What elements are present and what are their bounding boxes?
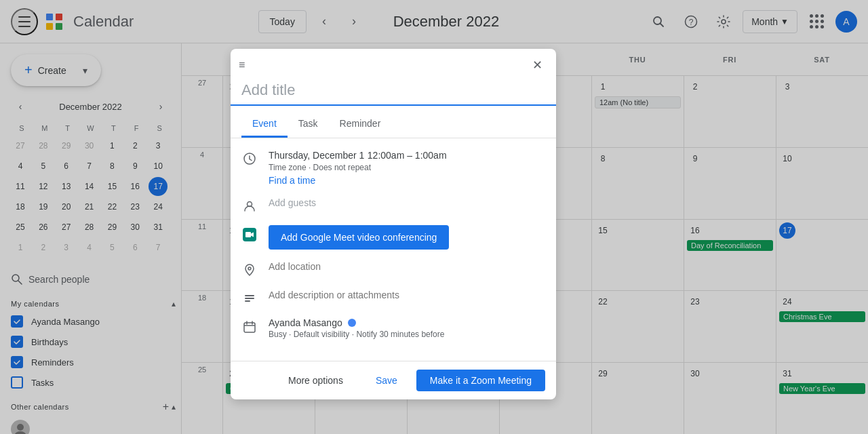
datetime-content: Thursday, December 1 12:00am – 1:00am Ti… (269, 149, 545, 186)
more-options-button[interactable]: More options (275, 370, 357, 391)
datetime-row: Thursday, December 1 12:00am – 1:00am Ti… (241, 149, 545, 186)
modal-footer: More options Save Make it a Zoom Meeting (231, 361, 556, 399)
modal-header: ≡ ✕ (231, 49, 556, 76)
time-range-text[interactable]: 12:00am – 1:00am (368, 150, 447, 161)
zoom-meeting-button[interactable]: Make it a Zoom Meeting (416, 370, 545, 391)
guests-input[interactable] (269, 197, 545, 208)
separator-dot: · (309, 163, 313, 172)
location-content (269, 260, 545, 273)
tab-task[interactable]: Task (288, 111, 329, 138)
timezone-text[interactable]: Time zone (269, 163, 307, 172)
description-input[interactable] (269, 290, 545, 300)
cal-owner-content: Ayanda Masango Busy · Default visibility… (269, 317, 545, 339)
meet-row: Add Google Meet video conferencing (241, 225, 545, 250)
calendar-color-dot (348, 319, 356, 327)
location-input[interactable] (269, 261, 545, 272)
calendar-meta: Busy · Default visibility · Notify 30 mi… (269, 330, 545, 339)
calendar-owner-name: Ayanda Masango (269, 317, 342, 328)
drag-handle-icon: ≡ (239, 59, 245, 71)
calendar-icon (241, 319, 258, 335)
svg-rect-15 (245, 232, 251, 237)
guests-content (269, 197, 545, 209)
svg-rect-19 (245, 300, 250, 302)
guests-row (241, 197, 545, 214)
close-button[interactable]: ✕ (526, 54, 548, 76)
svg-rect-17 (245, 295, 254, 296)
date-text[interactable]: Thursday, December 1 (269, 150, 364, 161)
meet-content: Add Google Meet video conferencing (269, 225, 545, 250)
meet-icon-placeholder (241, 226, 258, 243)
find-time-button[interactable]: Find a time (269, 175, 545, 186)
person-icon (241, 198, 258, 214)
meet-button-label: Add Google Meet video conferencing (281, 232, 437, 243)
timezone-repeat: Time zone · Does not repeat (269, 163, 545, 172)
add-meet-button[interactable]: Add Google Meet video conferencing (269, 225, 449, 250)
location-row (241, 260, 545, 278)
svg-rect-20 (244, 323, 255, 332)
tab-reminder[interactable]: Reminder (329, 111, 392, 138)
svg-point-16 (248, 267, 251, 270)
tab-event[interactable]: Event (241, 111, 288, 138)
modal-body: Thursday, December 1 12:00am – 1:00am Ti… (231, 138, 556, 361)
clock-icon (241, 151, 258, 167)
repeat-text[interactable]: Does not repeat (313, 163, 371, 172)
location-pin-icon (241, 262, 258, 278)
description-row (241, 289, 545, 307)
new-event-modal: ≡ ✕ Event Task Reminder Thursday, Decemb… (231, 49, 556, 399)
save-button[interactable]: Save (362, 370, 411, 391)
description-icon (241, 290, 258, 307)
calendar-owner-display[interactable]: Ayanda Masango (269, 317, 545, 328)
datetime-display[interactable]: Thursday, December 1 12:00am – 1:00am (269, 149, 545, 161)
svg-rect-18 (245, 298, 254, 299)
calendar-owner-row: Ayanda Masango Busy · Default visibility… (241, 317, 545, 339)
modal-tabs: Event Task Reminder (231, 106, 556, 138)
desc-content (269, 289, 545, 301)
event-title-input[interactable] (231, 76, 556, 106)
